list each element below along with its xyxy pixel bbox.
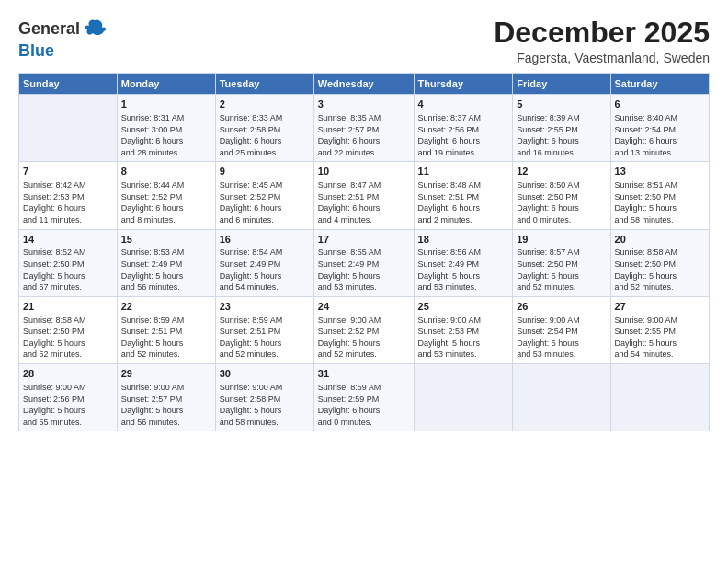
calendar-day-19: 19Sunrise: 8:57 AM Sunset: 2:50 PM Dayli… <box>513 229 610 296</box>
calendar-day-12: 12Sunrise: 8:50 AM Sunset: 2:50 PM Dayli… <box>513 162 610 229</box>
location-subtitle: Fagersta, Vaestmanland, Sweden <box>494 51 710 65</box>
day-number: 8 <box>121 165 211 178</box>
day-number: 28 <box>23 367 113 381</box>
calendar-day-4: 4Sunrise: 8:37 AM Sunset: 2:56 PM Daylig… <box>414 95 513 162</box>
calendar-page: General Blue December 2025 Fagersta, Vae… <box>0 0 728 563</box>
day-number: 15 <box>121 233 211 247</box>
calendar-week-row: 7Sunrise: 8:42 AM Sunset: 2:53 PM Daylig… <box>19 162 710 229</box>
day-number: 16 <box>220 233 310 247</box>
day-number: 24 <box>318 300 410 314</box>
day-number: 22 <box>121 300 211 314</box>
day-info: Sunrise: 8:59 AM Sunset: 2:51 PM Dayligh… <box>121 315 211 361</box>
day-number: 5 <box>517 98 606 111</box>
day-number: 29 <box>121 367 211 381</box>
day-info: Sunrise: 9:00 AM Sunset: 2:58 PM Dayligh… <box>220 382 310 428</box>
day-info: Sunrise: 8:45 AM Sunset: 2:52 PM Dayligh… <box>220 179 310 225</box>
logo-bird-icon <box>82 17 108 42</box>
day-info: Sunrise: 8:53 AM Sunset: 2:49 PM Dayligh… <box>121 247 211 293</box>
month-title: December 2025 <box>494 17 710 49</box>
weekday-header-row: SundayMondayTuesdayWednesdayThursdayFrid… <box>19 74 710 95</box>
day-info: Sunrise: 8:57 AM Sunset: 2:50 PM Dayligh… <box>517 247 606 293</box>
day-info: Sunrise: 9:00 AM Sunset: 2:54 PM Dayligh… <box>517 315 606 361</box>
logo-general: General <box>18 19 80 38</box>
weekday-header-sunday: Sunday <box>19 74 118 95</box>
calendar-day-28: 28Sunrise: 9:00 AM Sunset: 2:56 PM Dayli… <box>19 364 118 431</box>
day-info: Sunrise: 8:52 AM Sunset: 2:50 PM Dayligh… <box>23 247 113 293</box>
day-number: 12 <box>517 165 606 178</box>
day-info: Sunrise: 9:00 AM Sunset: 2:53 PM Dayligh… <box>418 315 509 361</box>
calendar-week-row: 21Sunrise: 8:58 AM Sunset: 2:50 PM Dayli… <box>19 296 710 363</box>
day-info: Sunrise: 8:59 AM Sunset: 2:51 PM Dayligh… <box>220 315 310 361</box>
calendar-day-13: 13Sunrise: 8:51 AM Sunset: 2:50 PM Dayli… <box>610 162 709 229</box>
calendar-day-7: 7Sunrise: 8:42 AM Sunset: 2:53 PM Daylig… <box>19 162 118 229</box>
day-info: Sunrise: 9:00 AM Sunset: 2:55 PM Dayligh… <box>615 315 705 361</box>
day-info: Sunrise: 8:58 AM Sunset: 2:50 PM Dayligh… <box>615 247 705 293</box>
calendar-day-23: 23Sunrise: 8:59 AM Sunset: 2:51 PM Dayli… <box>215 296 313 363</box>
calendar-day-31: 31Sunrise: 8:59 AM Sunset: 2:59 PM Dayli… <box>313 364 414 431</box>
day-info: Sunrise: 8:42 AM Sunset: 2:53 PM Dayligh… <box>23 179 113 225</box>
day-info: Sunrise: 8:48 AM Sunset: 2:51 PM Dayligh… <box>418 179 509 225</box>
weekday-header-friday: Friday <box>513 74 610 95</box>
calendar-day-30: 30Sunrise: 9:00 AM Sunset: 2:58 PM Dayli… <box>215 364 313 431</box>
day-info: Sunrise: 8:31 AM Sunset: 3:00 PM Dayligh… <box>121 112 211 158</box>
day-number: 17 <box>318 233 410 247</box>
weekday-header-thursday: Thursday <box>414 74 513 95</box>
day-info: Sunrise: 8:47 AM Sunset: 2:51 PM Dayligh… <box>318 179 410 225</box>
day-number: 20 <box>615 233 705 247</box>
logo: General Blue <box>18 17 108 61</box>
day-number: 4 <box>418 98 509 111</box>
day-info: Sunrise: 8:56 AM Sunset: 2:49 PM Dayligh… <box>418 247 509 293</box>
weekday-header-tuesday: Tuesday <box>215 74 313 95</box>
day-info: Sunrise: 8:40 AM Sunset: 2:54 PM Dayligh… <box>615 112 705 158</box>
calendar-week-row: 14Sunrise: 8:52 AM Sunset: 2:50 PM Dayli… <box>19 229 710 296</box>
day-info: Sunrise: 9:00 AM Sunset: 2:56 PM Dayligh… <box>23 382 113 428</box>
day-number: 21 <box>23 300 113 314</box>
calendar-day-29: 29Sunrise: 9:00 AM Sunset: 2:57 PM Dayli… <box>117 364 215 431</box>
calendar-empty-cell <box>610 364 709 431</box>
weekday-header-monday: Monday <box>117 74 215 95</box>
day-number: 31 <box>318 367 410 381</box>
weekday-header-wednesday: Wednesday <box>313 74 414 95</box>
logo-blue: Blue <box>18 41 54 60</box>
calendar-day-15: 15Sunrise: 8:53 AM Sunset: 2:49 PM Dayli… <box>117 229 215 296</box>
calendar-day-21: 21Sunrise: 8:58 AM Sunset: 2:50 PM Dayli… <box>19 296 118 363</box>
calendar-day-17: 17Sunrise: 8:55 AM Sunset: 2:49 PM Dayli… <box>313 229 414 296</box>
day-number: 23 <box>220 300 310 314</box>
calendar-day-8: 8Sunrise: 8:44 AM Sunset: 2:52 PM Daylig… <box>117 162 215 229</box>
day-info: Sunrise: 8:59 AM Sunset: 2:59 PM Dayligh… <box>318 382 410 428</box>
day-info: Sunrise: 9:00 AM Sunset: 2:52 PM Dayligh… <box>318 315 410 361</box>
day-info: Sunrise: 8:51 AM Sunset: 2:50 PM Dayligh… <box>615 179 705 225</box>
day-info: Sunrise: 8:58 AM Sunset: 2:50 PM Dayligh… <box>23 315 113 361</box>
day-number: 9 <box>220 165 310 178</box>
calendar-day-24: 24Sunrise: 9:00 AM Sunset: 2:52 PM Dayli… <box>313 296 414 363</box>
header: General Blue December 2025 Fagersta, Vae… <box>18 17 710 65</box>
day-info: Sunrise: 8:35 AM Sunset: 2:57 PM Dayligh… <box>318 112 410 158</box>
calendar-day-2: 2Sunrise: 8:33 AM Sunset: 2:58 PM Daylig… <box>215 95 313 162</box>
day-info: Sunrise: 9:00 AM Sunset: 2:57 PM Dayligh… <box>121 382 211 428</box>
calendar-day-11: 11Sunrise: 8:48 AM Sunset: 2:51 PM Dayli… <box>414 162 513 229</box>
day-info: Sunrise: 8:33 AM Sunset: 2:58 PM Dayligh… <box>220 112 310 158</box>
day-number: 2 <box>220 98 310 111</box>
calendar-day-5: 5Sunrise: 8:39 AM Sunset: 2:55 PM Daylig… <box>513 95 610 162</box>
day-number: 18 <box>418 233 509 247</box>
calendar-empty-cell <box>19 95 118 162</box>
day-number: 25 <box>418 300 509 314</box>
day-number: 6 <box>615 98 705 111</box>
day-info: Sunrise: 8:39 AM Sunset: 2:55 PM Dayligh… <box>517 112 606 158</box>
day-number: 27 <box>615 300 705 314</box>
weekday-header-saturday: Saturday <box>610 74 709 95</box>
calendar-empty-cell <box>414 364 513 431</box>
day-info: Sunrise: 8:55 AM Sunset: 2:49 PM Dayligh… <box>318 247 410 293</box>
calendar-day-9: 9Sunrise: 8:45 AM Sunset: 2:52 PM Daylig… <box>215 162 313 229</box>
calendar-day-14: 14Sunrise: 8:52 AM Sunset: 2:50 PM Dayli… <box>19 229 118 296</box>
calendar-day-27: 27Sunrise: 9:00 AM Sunset: 2:55 PM Dayli… <box>610 296 709 363</box>
calendar-empty-cell <box>513 364 610 431</box>
day-number: 14 <box>23 233 113 247</box>
title-block: December 2025 Fagersta, Vaestmanland, Sw… <box>494 17 710 65</box>
calendar-day-26: 26Sunrise: 9:00 AM Sunset: 2:54 PM Dayli… <box>513 296 610 363</box>
calendar-day-6: 6Sunrise: 8:40 AM Sunset: 2:54 PM Daylig… <box>610 95 709 162</box>
day-info: Sunrise: 8:50 AM Sunset: 2:50 PM Dayligh… <box>517 179 606 225</box>
day-info: Sunrise: 8:54 AM Sunset: 2:49 PM Dayligh… <box>220 247 310 293</box>
calendar-day-25: 25Sunrise: 9:00 AM Sunset: 2:53 PM Dayli… <box>414 296 513 363</box>
calendar-day-20: 20Sunrise: 8:58 AM Sunset: 2:50 PM Dayli… <box>610 229 709 296</box>
